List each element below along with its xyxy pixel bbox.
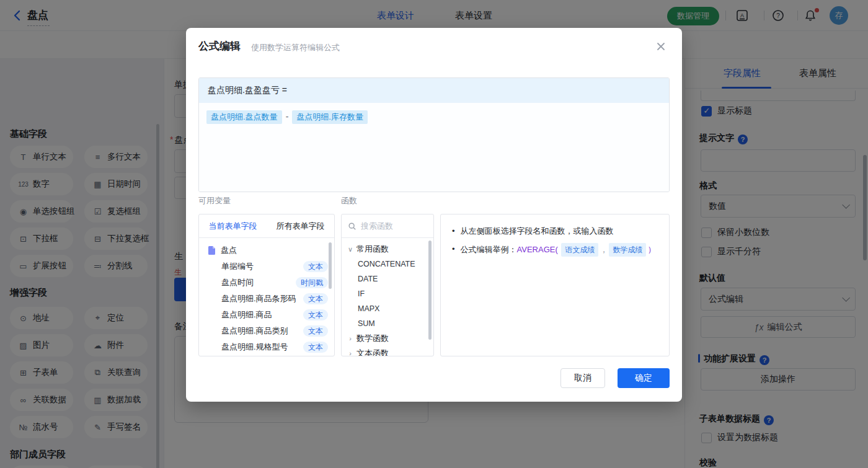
type-badge: 文本 (303, 325, 328, 337)
variables-label: 可用变量 (198, 195, 231, 206)
formula-target: 盘点明细.盘盈盘亏 = (199, 78, 669, 103)
type-badge: 文本 (303, 342, 328, 353)
function-item[interactable]: IF (342, 286, 433, 301)
modal-title: 公式编辑 (198, 39, 241, 53)
tip-line-1: •从左侧面板选择字段名和函数，或输入函数 (452, 225, 658, 237)
tab-current-form-fields[interactable]: 当前表单字段 (199, 214, 267, 237)
tip-line-2: • 公式编辑举例：AVERAGE( 语文成绩，数学成绩） (452, 243, 658, 257)
function-item[interactable]: CONCATENATE (342, 257, 433, 272)
example-field-chip: 数学成绩 (609, 243, 646, 257)
function-item[interactable]: DATE (342, 272, 433, 286)
functions-label: 函数 (341, 195, 357, 206)
variables-tabs: 当前表单字段 所有表单字段 (199, 214, 334, 238)
app: 盘点 表单设计 表单设置 数据管理 A ? 存 表单外链 后端脚本 数据权限 预… (0, 0, 868, 468)
type-badge: 时间戳 (296, 277, 328, 288)
variable-row[interactable]: 盘点明细.规格型号文本 (199, 339, 334, 355)
function-group-math[interactable]: ›数学函数 (342, 331, 433, 346)
search-icon (348, 222, 356, 231)
function-search-input[interactable] (361, 221, 423, 231)
example-function: AVERAGE( (517, 245, 558, 254)
tree-root[interactable]: 盘点 (199, 242, 334, 258)
modal-subtitle: 使用数学运算符编辑公式 (251, 42, 340, 53)
variable-row[interactable]: 盘点时间时间戳 (199, 275, 334, 291)
cancel-button[interactable]: 取消 (560, 368, 605, 388)
formula-token-chip[interactable]: 盘点明细.库存数量 (292, 110, 368, 124)
variables-tree: 盘点 单据编号文本 盘点时间时间戳 盘点明细.商品条形码文本 盘点明细.商品文本… (199, 238, 334, 355)
functions-tree: ∨常用函数 CONCATENATE DATE IF MAPX SUM ›数学函数… (342, 238, 433, 356)
formula-editor[interactable]: 盘点明细.盘盈盘亏 = 盘点明细.盘点数量-盘点明细.库存数量 (198, 77, 670, 192)
tree-root-label: 盘点 (221, 245, 237, 256)
close-icon[interactable] (655, 40, 667, 53)
function-item[interactable]: SUM (342, 316, 433, 331)
variables-panel: 当前表单字段 所有表单字段 盘点 单据编号文本 盘点时间时间戳 盘点明细.商品条… (198, 214, 335, 356)
variable-row[interactable]: 单据编号文本 (199, 258, 334, 275)
variable-row[interactable]: 盘点明细.商品条形码文本 (199, 291, 334, 307)
function-search (342, 214, 433, 238)
variable-row[interactable]: 盘点明细.商品文本 (199, 307, 334, 323)
tips-panel: •从左侧面板选择字段名和函数，或输入函数 • 公式编辑举例：AVERAGE( 语… (440, 214, 670, 356)
tab-all-form-fields[interactable]: 所有表单字段 (267, 214, 334, 237)
variables-scrollbar[interactable] (329, 242, 332, 289)
formula-body[interactable]: 盘点明细.盘点数量-盘点明细.库存数量 (199, 103, 669, 192)
formula-token-chip[interactable]: 盘点明细.盘点数量 (206, 110, 282, 124)
function-group-text[interactable]: ›文本函数 (342, 346, 433, 356)
type-badge: 文本 (303, 293, 328, 304)
functions-panel: ∨常用函数 CONCATENATE DATE IF MAPX SUM ›数学函数… (341, 214, 434, 356)
type-badge: 文本 (303, 309, 328, 320)
caret-down-icon: ∨ (347, 245, 354, 254)
example-field-chip: 语文成绩 (561, 243, 598, 257)
confirm-button[interactable]: 确定 (618, 368, 670, 388)
formula-edit-modal: 公式编辑 使用数学运算符编辑公式 盘点明细.盘盈盘亏 = 盘点明细.盘点数量-盘… (186, 28, 682, 402)
caret-right-icon: › (347, 335, 354, 342)
functions-scrollbar[interactable] (428, 241, 432, 340)
variable-row[interactable]: 盘点明细.商品类别文本 (199, 323, 334, 339)
caret-right-icon: › (347, 350, 354, 356)
function-group-common[interactable]: ∨常用函数 (342, 242, 433, 257)
function-item[interactable]: MAPX (342, 301, 433, 316)
formula-operator: - (286, 112, 289, 121)
type-badge: 文本 (303, 261, 328, 272)
form-doc-icon (208, 246, 216, 255)
